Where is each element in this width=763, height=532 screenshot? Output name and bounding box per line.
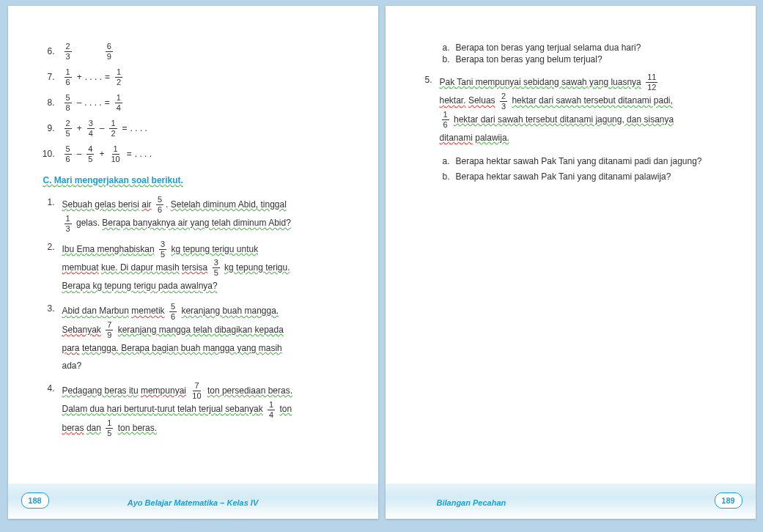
problem-text: Pedagang beras itu mempunyai 710 ton per… <box>62 382 293 437</box>
operator: + <box>99 147 104 161</box>
page-number-left: 188 <box>21 492 49 509</box>
item-number: 1. <box>37 196 55 210</box>
operator: + <box>77 122 82 136</box>
fraction: 56 <box>64 145 72 163</box>
sub-letter: b. <box>443 54 456 64</box>
section-c-title: C. Mari mengerjakan soal berikut. <box>43 175 349 185</box>
item-number: 7. <box>37 70 55 84</box>
fraction: 25 <box>64 119 72 138</box>
blank-dots: . . . . <box>85 70 102 84</box>
operator: = <box>105 70 110 84</box>
fraction: 45 <box>86 145 94 163</box>
item-number: 3. <box>37 302 55 316</box>
sub-letter: a. <box>443 155 456 169</box>
sub-text: Berapa ton beras yang terjual selama dua… <box>456 43 641 53</box>
item-number: 2. <box>37 240 55 254</box>
fraction: 14 <box>115 94 122 112</box>
exercise-item: 8.58–. . . .=14 <box>37 94 349 112</box>
word-problem-item: 2.Ibu Ema menghabiskan 35 kg tepung teri… <box>37 240 349 295</box>
fraction: 12 <box>115 68 122 86</box>
q5-body: Pak Tani mempunyai sebidang sawah yang l… <box>440 73 674 147</box>
sub-letter: a. <box>443 43 456 53</box>
sub-text: Berapa ton beras yang belum terjual? <box>456 54 602 64</box>
operator: + <box>77 70 82 84</box>
footer-right: Bilangan Pecahan 189 <box>386 484 756 519</box>
fraction: 58 <box>64 94 72 112</box>
q5-subs: a.Berapa hektar sawah Pak Tani yang dita… <box>440 155 726 184</box>
word-problem-item: 4.Pedagang beras itu mempunyai 710 ton p… <box>37 382 349 437</box>
word-problems-left: 1.Sebuah gelas berisi air 56. Setelah di… <box>37 196 349 437</box>
exercise-list: 6.23697.16+. . . .=128.58–. . . .=149.25… <box>37 43 349 163</box>
problem-text: Abid dan Marbun memetik 56 keranjang bua… <box>62 302 284 374</box>
fraction: 69 <box>106 43 113 61</box>
q4-continuation: a.Berapa ton beras yang terjual selama d… <box>440 43 726 64</box>
word-problem-item: 1.Sebuah gelas berisi air 56. Setelah di… <box>37 196 349 233</box>
exercise-item: 10.56–45+110=. . . . <box>37 145 349 163</box>
blank-dots: . . . . <box>135 147 152 161</box>
operator: – <box>100 122 105 136</box>
sub-item: a.Berapa ton beras yang terjual selama d… <box>443 43 726 53</box>
word-problem-5: 5. Pak Tani mempunyai sebidang sawah yan… <box>415 73 726 185</box>
exercise-item: 9.25+34–12=. . . . <box>37 119 349 138</box>
item-number: 5. <box>415 73 432 87</box>
footer-left: 188 Ayo Belajar Matematika – Kelas IV <box>8 484 378 519</box>
item-number: 4. <box>37 382 55 396</box>
page-left: 6.23697.16+. . . .=128.58–. . . .=149.25… <box>8 6 378 519</box>
operator: – <box>77 96 82 110</box>
sub-item: b.Berapa hektar sawah Pak Tani yang dita… <box>443 170 726 184</box>
word-problem-item: 3.Abid dan Marbun memetik 56 keranjang b… <box>37 302 349 374</box>
item-number: 9. <box>37 122 55 136</box>
fraction: 23 <box>64 43 72 61</box>
footer-title-right: Bilangan Pecahan <box>437 498 506 507</box>
sub-letter: b. <box>443 170 456 184</box>
operator: = <box>127 147 132 161</box>
fraction: 16 <box>64 68 72 86</box>
item-number: 8. <box>37 96 55 110</box>
page-right: a.Berapa ton beras yang terjual selama d… <box>386 6 756 519</box>
item-number: 6. <box>37 45 55 59</box>
sub-text: Berapa hektar sawah Pak Tani yang ditana… <box>456 155 702 169</box>
footer-title-left: Ayo Belajar Matematika – Kelas IV <box>128 498 259 507</box>
sub-text: Berapa hektar sawah Pak Tani yang ditana… <box>456 170 671 184</box>
operator: – <box>77 147 82 161</box>
operator: = <box>122 122 128 136</box>
page-number-right: 189 <box>715 492 742 509</box>
fraction: 34 <box>87 119 95 138</box>
sub-item: a.Berapa hektar sawah Pak Tani yang dita… <box>443 155 726 169</box>
exercise-item: 6.2369 <box>37 43 349 61</box>
blank-dots: . . . . <box>84 96 101 110</box>
blank-dots: . . . . <box>130 122 147 136</box>
sub-item: b.Berapa ton beras yang belum terjual? <box>443 54 726 64</box>
exercise-item: 7.16+. . . .=12 <box>37 68 349 86</box>
item-number: 10. <box>37 147 55 161</box>
fraction: 12 <box>109 119 117 138</box>
fraction: 110 <box>109 145 121 163</box>
problem-text: Ibu Ema menghabiskan 35 kg tepung terigu… <box>62 240 290 295</box>
problem-text: Sebuah gelas berisi air 56. Setelah dimi… <box>62 196 291 233</box>
operator: = <box>105 96 110 110</box>
